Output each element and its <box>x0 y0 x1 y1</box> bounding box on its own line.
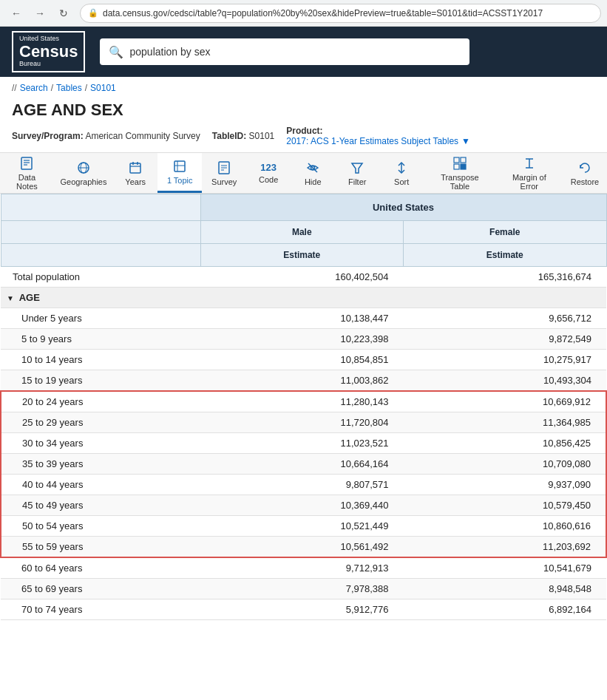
svg-rect-25 <box>461 164 466 169</box>
breadcrumb-separator: // <box>12 83 17 93</box>
male-estimate-header: Estimate <box>200 244 404 267</box>
table-row: 15 to 19 years11,003,86210,493,304 <box>1 370 606 392</box>
toolbar-data-notes[interactable]: Data Notes <box>0 153 54 193</box>
table-row: 20 to 24 years11,280,14310,669,912 <box>1 391 606 412</box>
row-label-cell: 5 to 9 years <box>1 329 200 350</box>
breadcrumb-tables[interactable]: Tables <box>56 83 82 93</box>
row-label-cell: 45 to 49 years <box>1 495 200 516</box>
toolbar-code[interactable]: 123 Code <box>246 153 291 193</box>
browser-navigation[interactable]: ← → ↻ <box>6 3 74 24</box>
table-row: 65 to 69 years7,978,3888,948,548 <box>1 579 606 599</box>
row-label-cell: 60 to 64 years <box>1 557 200 579</box>
product-info: Product: 2017: ACS 1-Year Estimates Subj… <box>286 126 470 146</box>
male-value-cell: 10,138,447 <box>200 308 404 329</box>
toolbar-filter[interactable]: Filter <box>335 153 379 193</box>
row-label-cell: 10 to 14 years <box>1 350 200 370</box>
collapse-chevron-icon[interactable]: ▼ <box>7 294 16 302</box>
restore-icon <box>577 160 592 175</box>
col-female-header: Female <box>404 221 607 244</box>
svg-rect-11 <box>174 161 185 171</box>
census-logo[interactable]: United States Census Bureau <box>12 31 85 72</box>
row-label-cell: 20 to 24 years <box>1 391 200 412</box>
female-value-cell: 10,579,450 <box>404 495 607 516</box>
transpose-label: Transpose Table <box>431 173 488 191</box>
toolbar-topic[interactable]: 1 Topic <box>157 153 202 193</box>
male-value-cell: 11,003,862 <box>200 370 404 392</box>
data-table-container: United States Male Female Estimate Estim… <box>0 194 607 620</box>
row-label-cell: 65 to 69 years <box>1 579 200 599</box>
toolbar-sort[interactable]: Sort <box>379 153 424 193</box>
female-value-cell: 10,860,616 <box>404 516 607 537</box>
filter-icon <box>350 160 364 175</box>
svg-line-19 <box>308 163 317 172</box>
geo-header: United States <box>200 194 606 221</box>
url-text: data.census.gov/cedsci/table?q=populatio… <box>103 8 543 18</box>
years-icon <box>128 160 143 175</box>
reload-button[interactable]: ↻ <box>53 3 74 24</box>
svg-rect-7 <box>130 163 140 173</box>
toolbar-geographies[interactable]: Geographies <box>54 153 113 193</box>
back-button[interactable]: ← <box>6 3 27 24</box>
topic-label: 1 Topic <box>167 176 193 185</box>
forward-button[interactable]: → <box>30 3 50 24</box>
toolbar-restore[interactable]: Restore <box>563 153 607 193</box>
product-dropdown[interactable]: 2017: ACS 1-Year Estimates Subject Table… <box>286 136 470 146</box>
table-row: 35 to 39 years10,664,16410,709,080 <box>1 454 606 475</box>
table-id: TableID: S0101 <box>212 131 275 141</box>
survey-label-btn: Survey <box>211 177 237 186</box>
transpose-icon <box>452 156 467 171</box>
breadcrumb: // Search / Tables / S0101 <box>0 77 607 99</box>
toolbar-transpose[interactable]: Transpose Table <box>424 153 495 193</box>
toolbar: Data Notes Geographies Years 1 Topic Sur… <box>0 152 607 194</box>
hide-label: Hide <box>305 177 322 186</box>
search-bar[interactable]: 🔍 <box>100 38 469 65</box>
geographies-label: Geographies <box>61 177 107 186</box>
row-label-cell: 70 to 74 years <box>1 599 200 620</box>
row-label-cell: 50 to 54 years <box>1 516 200 537</box>
row-label-cell: 25 to 29 years <box>1 412 200 433</box>
male-value-cell: 10,369,440 <box>200 495 404 516</box>
female-value-cell: 9,937,090 <box>404 475 607 495</box>
address-bar[interactable]: 🔒 data.census.gov/cedsci/table?q=populat… <box>80 4 601 23</box>
years-label: Years <box>125 177 146 186</box>
data-notes-icon <box>19 156 34 171</box>
male-value-cell: 10,664,164 <box>200 454 404 475</box>
svg-rect-22 <box>454 157 459 163</box>
female-value-cell: 10,669,912 <box>404 391 607 412</box>
survey-icon <box>217 160 231 175</box>
table-row: Total population160,402,504165,316,674 <box>1 267 606 288</box>
table-row: 70 to 74 years5,912,7766,892,164 <box>1 599 606 620</box>
table-row: ▼ AGE <box>1 288 606 308</box>
male-value-cell: 10,854,851 <box>200 350 404 370</box>
search-input[interactable] <box>129 46 461 58</box>
toolbar-margin-error[interactable]: Margin of Error <box>496 153 563 193</box>
search-icon: 🔍 <box>109 45 123 59</box>
male-value-cell: 160,402,504 <box>200 267 404 288</box>
female-value-cell: 165,316,674 <box>404 267 607 288</box>
row-label-cell: 55 to 59 years <box>1 537 200 558</box>
breadcrumb-sep1: / <box>51 83 53 93</box>
logo-bureau-text: Bureau <box>19 61 78 68</box>
breadcrumb-s0101[interactable]: S0101 <box>90 83 116 93</box>
toolbar-hide[interactable]: Hide <box>291 153 335 193</box>
female-value-cell: 10,856,425 <box>404 433 607 454</box>
table-row: Under 5 years10,138,4479,656,712 <box>1 308 606 329</box>
breadcrumb-search[interactable]: Search <box>20 83 48 93</box>
row-label-cell: 35 to 39 years <box>1 454 200 475</box>
svg-rect-23 <box>461 157 466 163</box>
toolbar-years[interactable]: Years <box>113 153 157 193</box>
survey-value: American Community Survey <box>85 131 200 141</box>
margin-error-icon <box>522 156 537 171</box>
table-row: 10 to 14 years10,854,85110,275,917 <box>1 350 606 370</box>
male-value-cell: 10,521,449 <box>200 516 404 537</box>
table-row: 25 to 29 years11,720,80411,364,985 <box>1 412 606 433</box>
site-header: United States Census Bureau 🔍 <box>0 27 607 77</box>
male-value-cell: 11,023,521 <box>200 433 404 454</box>
table-row: 30 to 34 years11,023,52110,856,425 <box>1 433 606 454</box>
row-label-cell: Under 5 years <box>1 308 200 329</box>
female-value-cell: 10,541,679 <box>404 557 607 579</box>
female-value-cell: 9,872,549 <box>404 329 607 350</box>
breadcrumb-sep2: / <box>85 83 87 93</box>
toolbar-survey[interactable]: Survey <box>202 153 246 193</box>
female-value-cell: 11,364,985 <box>404 412 607 433</box>
